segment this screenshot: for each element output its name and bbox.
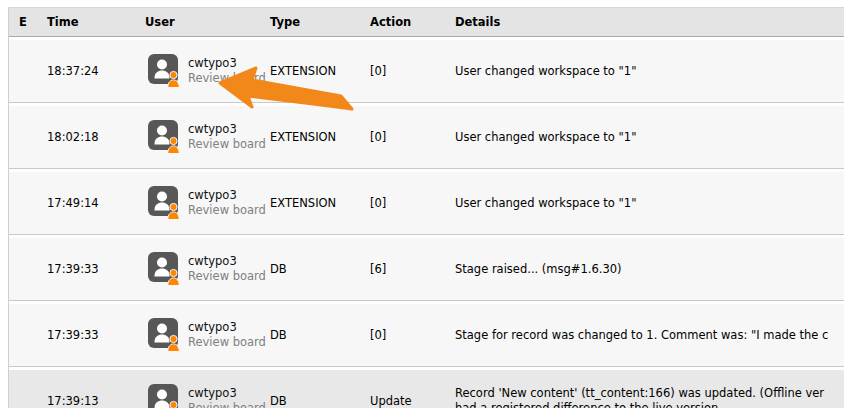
user-icon-wrap [147, 119, 181, 155]
user-realname: Review board [188, 71, 252, 86]
log-table: ETimeUserTypeActionDetails 18:37:24cwtyp… [8, 7, 844, 408]
details-line: had a registered difference to the live … [455, 401, 718, 408]
type-cell: DB [270, 238, 370, 300]
username: cwtypo3 [188, 386, 252, 401]
workspace-user-icon [147, 119, 181, 155]
details-line: Record 'New content' (tt_content:166) wa… [455, 386, 824, 401]
time-cell: 17:49:14 [47, 172, 145, 234]
action-cell: [0] [370, 304, 455, 366]
log-row: 18:37:24cwtypo3Review boardEXTENSION[0]U… [9, 40, 844, 103]
table-body: 18:37:24cwtypo3Review boardEXTENSION[0]U… [9, 40, 844, 408]
time-cell: 17:39:33 [47, 304, 145, 366]
time-cell: 18:02:18 [47, 106, 145, 168]
type-cell: DB [270, 370, 370, 408]
time-cell: 17:39:33 [47, 238, 145, 300]
column-header-e: E [9, 8, 47, 36]
type-cell: DB [270, 304, 370, 366]
details-cell: User changed workspace to "1" [455, 106, 844, 168]
details-cell: User changed workspace to "1" [455, 40, 844, 102]
type-cell: EXTENSION [270, 172, 370, 234]
user-realname: Review board [188, 137, 252, 152]
table-header: ETimeUserTypeActionDetails [9, 8, 844, 37]
user-icon-wrap [147, 185, 181, 221]
time-cell: 17:39:13 [47, 370, 145, 408]
user-cell: cwtypo3Review board [145, 172, 270, 234]
log-row: 18:02:18cwtypo3Review boardEXTENSION[0]U… [9, 106, 844, 169]
details-line: User changed workspace to "1" [455, 130, 636, 145]
user-text: cwtypo3Review board [188, 188, 252, 218]
user-text: cwtypo3Review board [188, 320, 252, 350]
error-cell [9, 106, 47, 168]
workspace-user-icon [147, 383, 181, 408]
workspace-user-icon [147, 53, 181, 89]
log-view: { "annotation": { "arrow_color": "#F2871… [0, 0, 844, 408]
log-row: 17:39:33cwtypo3Review boardDB[6]Stage ra… [9, 238, 844, 301]
details-cell: Record 'New content' (tt_content:166) wa… [455, 370, 844, 408]
details-line: Stage raised... (msg#1.6.30) [455, 262, 622, 277]
user-text: cwtypo3Review board [188, 386, 252, 408]
error-cell [9, 370, 47, 408]
details-cell: User changed workspace to "1" [455, 172, 844, 234]
username: cwtypo3 [188, 254, 252, 269]
details-cell: Stage for record was changed to 1. Comme… [455, 304, 844, 366]
workspace-user-icon [147, 317, 181, 353]
log-row: 17:39:33cwtypo3Review boardDB[0]Stage fo… [9, 304, 844, 367]
action-cell: [0] [370, 40, 455, 102]
user-icon-wrap [147, 317, 181, 353]
action-cell: [0] [370, 106, 455, 168]
action-cell: [6] [370, 238, 455, 300]
time-cell: 18:37:24 [47, 40, 145, 102]
details-cell: Stage raised... (msg#1.6.30) [455, 238, 844, 300]
column-header-user: User [145, 8, 270, 36]
user-cell: cwtypo3Review board [145, 370, 270, 408]
type-cell: EXTENSION [270, 106, 370, 168]
user-text: cwtypo3Review board [188, 254, 252, 284]
user-icon-wrap [147, 251, 181, 287]
user-text: cwtypo3Review board [188, 122, 252, 152]
user-cell: cwtypo3Review board [145, 238, 270, 300]
error-cell [9, 40, 47, 102]
user-cell: cwtypo3Review board [145, 304, 270, 366]
column-header-action: Action [370, 8, 455, 36]
username: cwtypo3 [188, 320, 252, 335]
username: cwtypo3 [188, 188, 252, 203]
user-cell: cwtypo3Review board [145, 106, 270, 168]
workspace-user-icon [147, 185, 181, 221]
column-header-details: Details [455, 8, 844, 36]
workspace-user-icon [147, 251, 181, 287]
details-line: Stage for record was changed to 1. Comme… [455, 328, 828, 343]
error-cell [9, 172, 47, 234]
user-icon-wrap [147, 383, 181, 408]
user-realname: Review board [188, 203, 252, 218]
error-cell [9, 304, 47, 366]
log-row: 17:49:14cwtypo3Review boardEXTENSION[0]U… [9, 172, 844, 235]
type-cell: EXTENSION [270, 40, 370, 102]
details-line: User changed workspace to "1" [455, 64, 636, 79]
username: cwtypo3 [188, 56, 252, 71]
error-cell [9, 238, 47, 300]
user-realname: Review board [188, 335, 252, 350]
column-header-type: Type [270, 8, 370, 36]
action-cell: Update [370, 370, 455, 408]
username: cwtypo3 [188, 122, 252, 137]
details-line: User changed workspace to "1" [455, 196, 636, 211]
user-icon-wrap [147, 53, 181, 89]
user-realname: Review board [188, 401, 252, 408]
action-cell: [0] [370, 172, 455, 234]
user-cell: cwtypo3Review board [145, 40, 270, 102]
log-row: 17:39:13cwtypo3Review boardDBUpdateRecor… [9, 370, 844, 408]
user-realname: Review board [188, 269, 252, 284]
user-text: cwtypo3Review board [188, 56, 252, 86]
column-header-time: Time [47, 8, 145, 36]
